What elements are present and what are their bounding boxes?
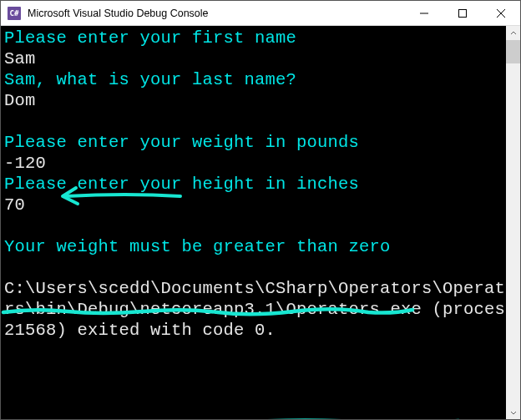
console-line: Sam bbox=[4, 49, 36, 68]
app-window: C# Microsoft Visual Studio Debug Console… bbox=[0, 0, 521, 420]
maximize-icon bbox=[458, 9, 467, 18]
console-body[interactable]: Please enter your first name Sam Sam, wh… bbox=[1, 26, 520, 419]
annotation-underline-2 bbox=[248, 416, 465, 419]
window-title: Microsoft Visual Studio Debug Console bbox=[28, 8, 405, 19]
scroll-thumb[interactable] bbox=[506, 40, 520, 63]
console-line: 70 bbox=[4, 195, 25, 215]
console-line: Please enter your weight in pounds bbox=[4, 133, 359, 152]
console-line: Your weight must be greater than zero bbox=[4, 237, 391, 256]
console-line: Please enter your height in inches bbox=[4, 175, 359, 194]
scroll-track[interactable] bbox=[506, 40, 520, 405]
maximize-button[interactable] bbox=[443, 1, 482, 25]
chevron-down-icon bbox=[510, 409, 517, 416]
app-icon: C# bbox=[8, 7, 21, 20]
svg-rect-0 bbox=[459, 9, 467, 17]
minimize-icon bbox=[420, 9, 428, 18]
titlebar[interactable]: C# Microsoft Visual Studio Debug Console bbox=[1, 1, 520, 26]
chevron-up-icon bbox=[510, 30, 517, 37]
scroll-down-button[interactable] bbox=[506, 405, 520, 419]
console-line: Please enter your first name bbox=[4, 28, 296, 48]
console-output: Please enter your first name Sam Sam, wh… bbox=[1, 26, 520, 342]
vertical-scrollbar[interactable] bbox=[506, 26, 520, 419]
minimize-button[interactable] bbox=[405, 1, 443, 25]
window-controls bbox=[405, 1, 520, 25]
close-button[interactable] bbox=[482, 1, 520, 25]
scroll-up-button[interactable] bbox=[506, 26, 520, 40]
close-icon bbox=[497, 9, 505, 18]
console-line: -120 bbox=[4, 154, 46, 173]
console-line: Dom bbox=[4, 91, 36, 110]
console-line: C:\Users\scedd\Documents\CSharp\Operator… bbox=[4, 279, 520, 340]
console-line: Sam, what is your last name? bbox=[4, 70, 296, 89]
